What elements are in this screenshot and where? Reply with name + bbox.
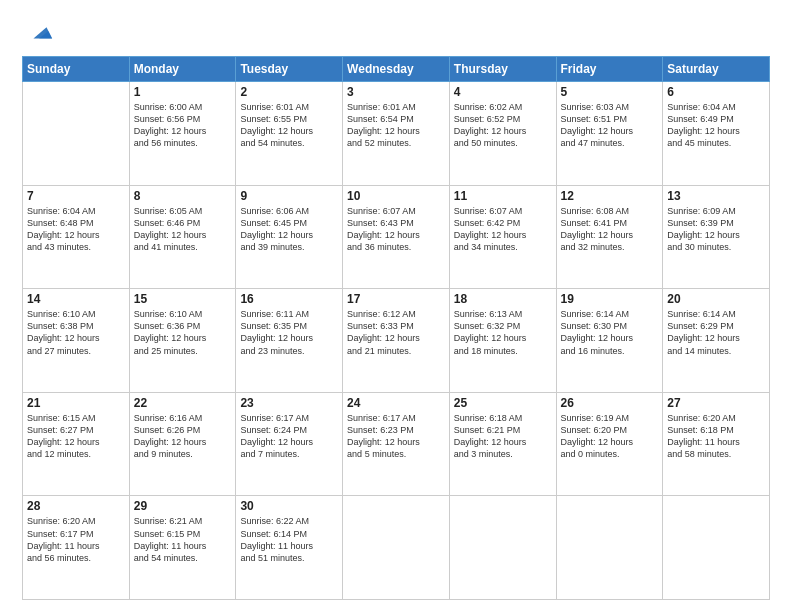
day-number: 22 <box>134 396 232 410</box>
day-number: 10 <box>347 189 445 203</box>
calendar-cell: 9Sunrise: 6:06 AM Sunset: 6:45 PM Daylig… <box>236 185 343 289</box>
calendar-cell: 11Sunrise: 6:07 AM Sunset: 6:42 PM Dayli… <box>449 185 556 289</box>
day-number: 25 <box>454 396 552 410</box>
cell-info: Sunrise: 6:11 AM Sunset: 6:35 PM Dayligh… <box>240 308 338 357</box>
day-number: 19 <box>561 292 659 306</box>
calendar-cell: 24Sunrise: 6:17 AM Sunset: 6:23 PM Dayli… <box>343 392 450 496</box>
day-number: 2 <box>240 85 338 99</box>
cell-info: Sunrise: 6:10 AM Sunset: 6:38 PM Dayligh… <box>27 308 125 357</box>
day-number: 17 <box>347 292 445 306</box>
day-number: 24 <box>347 396 445 410</box>
calendar-week-5: 28Sunrise: 6:20 AM Sunset: 6:17 PM Dayli… <box>23 496 770 600</box>
calendar-cell: 17Sunrise: 6:12 AM Sunset: 6:33 PM Dayli… <box>343 289 450 393</box>
day-number: 16 <box>240 292 338 306</box>
cell-info: Sunrise: 6:12 AM Sunset: 6:33 PM Dayligh… <box>347 308 445 357</box>
cell-info: Sunrise: 6:07 AM Sunset: 6:42 PM Dayligh… <box>454 205 552 254</box>
day-number: 3 <box>347 85 445 99</box>
day-number: 1 <box>134 85 232 99</box>
day-number: 29 <box>134 499 232 513</box>
weekday-header-row: SundayMondayTuesdayWednesdayThursdayFrid… <box>23 57 770 82</box>
day-number: 18 <box>454 292 552 306</box>
cell-info: Sunrise: 6:20 AM Sunset: 6:18 PM Dayligh… <box>667 412 765 461</box>
calendar-cell: 29Sunrise: 6:21 AM Sunset: 6:15 PM Dayli… <box>129 496 236 600</box>
weekday-tuesday: Tuesday <box>236 57 343 82</box>
calendar-cell: 14Sunrise: 6:10 AM Sunset: 6:38 PM Dayli… <box>23 289 130 393</box>
cell-info: Sunrise: 6:09 AM Sunset: 6:39 PM Dayligh… <box>667 205 765 254</box>
cell-info: Sunrise: 6:13 AM Sunset: 6:32 PM Dayligh… <box>454 308 552 357</box>
cell-info: Sunrise: 6:03 AM Sunset: 6:51 PM Dayligh… <box>561 101 659 150</box>
cell-info: Sunrise: 6:02 AM Sunset: 6:52 PM Dayligh… <box>454 101 552 150</box>
calendar-cell: 16Sunrise: 6:11 AM Sunset: 6:35 PM Dayli… <box>236 289 343 393</box>
cell-info: Sunrise: 6:21 AM Sunset: 6:15 PM Dayligh… <box>134 515 232 564</box>
cell-info: Sunrise: 6:17 AM Sunset: 6:23 PM Dayligh… <box>347 412 445 461</box>
day-number: 28 <box>27 499 125 513</box>
calendar-cell: 7Sunrise: 6:04 AM Sunset: 6:48 PM Daylig… <box>23 185 130 289</box>
day-number: 12 <box>561 189 659 203</box>
cell-info: Sunrise: 6:06 AM Sunset: 6:45 PM Dayligh… <box>240 205 338 254</box>
calendar-week-4: 21Sunrise: 6:15 AM Sunset: 6:27 PM Dayli… <box>23 392 770 496</box>
cell-info: Sunrise: 6:07 AM Sunset: 6:43 PM Dayligh… <box>347 205 445 254</box>
logo <box>22 18 54 46</box>
calendar-table: SundayMondayTuesdayWednesdayThursdayFrid… <box>22 56 770 600</box>
cell-info: Sunrise: 6:04 AM Sunset: 6:48 PM Dayligh… <box>27 205 125 254</box>
calendar-cell: 2Sunrise: 6:01 AM Sunset: 6:55 PM Daylig… <box>236 82 343 186</box>
cell-info: Sunrise: 6:16 AM Sunset: 6:26 PM Dayligh… <box>134 412 232 461</box>
cell-info: Sunrise: 6:01 AM Sunset: 6:54 PM Dayligh… <box>347 101 445 150</box>
calendar-cell: 15Sunrise: 6:10 AM Sunset: 6:36 PM Dayli… <box>129 289 236 393</box>
header <box>22 18 770 46</box>
day-number: 8 <box>134 189 232 203</box>
calendar-cell <box>556 496 663 600</box>
day-number: 27 <box>667 396 765 410</box>
weekday-saturday: Saturday <box>663 57 770 82</box>
cell-info: Sunrise: 6:19 AM Sunset: 6:20 PM Dayligh… <box>561 412 659 461</box>
calendar-cell: 10Sunrise: 6:07 AM Sunset: 6:43 PM Dayli… <box>343 185 450 289</box>
day-number: 23 <box>240 396 338 410</box>
cell-info: Sunrise: 6:08 AM Sunset: 6:41 PM Dayligh… <box>561 205 659 254</box>
day-number: 26 <box>561 396 659 410</box>
day-number: 21 <box>27 396 125 410</box>
calendar-body: 1Sunrise: 6:00 AM Sunset: 6:56 PM Daylig… <box>23 82 770 600</box>
calendar-cell: 27Sunrise: 6:20 AM Sunset: 6:18 PM Dayli… <box>663 392 770 496</box>
calendar-cell: 13Sunrise: 6:09 AM Sunset: 6:39 PM Dayli… <box>663 185 770 289</box>
cell-info: Sunrise: 6:20 AM Sunset: 6:17 PM Dayligh… <box>27 515 125 564</box>
day-number: 6 <box>667 85 765 99</box>
day-number: 7 <box>27 189 125 203</box>
page: SundayMondayTuesdayWednesdayThursdayFrid… <box>0 0 792 612</box>
calendar-cell <box>449 496 556 600</box>
weekday-wednesday: Wednesday <box>343 57 450 82</box>
day-number: 13 <box>667 189 765 203</box>
cell-info: Sunrise: 6:10 AM Sunset: 6:36 PM Dayligh… <box>134 308 232 357</box>
calendar-cell: 6Sunrise: 6:04 AM Sunset: 6:49 PM Daylig… <box>663 82 770 186</box>
calendar-cell: 5Sunrise: 6:03 AM Sunset: 6:51 PM Daylig… <box>556 82 663 186</box>
calendar-cell: 30Sunrise: 6:22 AM Sunset: 6:14 PM Dayli… <box>236 496 343 600</box>
calendar-cell: 23Sunrise: 6:17 AM Sunset: 6:24 PM Dayli… <box>236 392 343 496</box>
day-number: 5 <box>561 85 659 99</box>
calendar-cell: 26Sunrise: 6:19 AM Sunset: 6:20 PM Dayli… <box>556 392 663 496</box>
cell-info: Sunrise: 6:00 AM Sunset: 6:56 PM Dayligh… <box>134 101 232 150</box>
calendar-week-3: 14Sunrise: 6:10 AM Sunset: 6:38 PM Dayli… <box>23 289 770 393</box>
calendar-cell: 21Sunrise: 6:15 AM Sunset: 6:27 PM Dayli… <box>23 392 130 496</box>
day-number: 30 <box>240 499 338 513</box>
day-number: 11 <box>454 189 552 203</box>
cell-info: Sunrise: 6:04 AM Sunset: 6:49 PM Dayligh… <box>667 101 765 150</box>
calendar-cell: 20Sunrise: 6:14 AM Sunset: 6:29 PM Dayli… <box>663 289 770 393</box>
calendar-cell: 3Sunrise: 6:01 AM Sunset: 6:54 PM Daylig… <box>343 82 450 186</box>
cell-info: Sunrise: 6:01 AM Sunset: 6:55 PM Dayligh… <box>240 101 338 150</box>
cell-info: Sunrise: 6:15 AM Sunset: 6:27 PM Dayligh… <box>27 412 125 461</box>
calendar-week-2: 7Sunrise: 6:04 AM Sunset: 6:48 PM Daylig… <box>23 185 770 289</box>
calendar-cell: 22Sunrise: 6:16 AM Sunset: 6:26 PM Dayli… <box>129 392 236 496</box>
calendar-cell: 25Sunrise: 6:18 AM Sunset: 6:21 PM Dayli… <box>449 392 556 496</box>
day-number: 9 <box>240 189 338 203</box>
calendar-cell: 12Sunrise: 6:08 AM Sunset: 6:41 PM Dayli… <box>556 185 663 289</box>
calendar-header: SundayMondayTuesdayWednesdayThursdayFrid… <box>23 57 770 82</box>
cell-info: Sunrise: 6:14 AM Sunset: 6:29 PM Dayligh… <box>667 308 765 357</box>
day-number: 14 <box>27 292 125 306</box>
calendar-cell: 8Sunrise: 6:05 AM Sunset: 6:46 PM Daylig… <box>129 185 236 289</box>
day-number: 15 <box>134 292 232 306</box>
calendar-cell: 1Sunrise: 6:00 AM Sunset: 6:56 PM Daylig… <box>129 82 236 186</box>
weekday-thursday: Thursday <box>449 57 556 82</box>
calendar-cell: 19Sunrise: 6:14 AM Sunset: 6:30 PM Dayli… <box>556 289 663 393</box>
cell-info: Sunrise: 6:14 AM Sunset: 6:30 PM Dayligh… <box>561 308 659 357</box>
calendar-cell: 4Sunrise: 6:02 AM Sunset: 6:52 PM Daylig… <box>449 82 556 186</box>
weekday-friday: Friday <box>556 57 663 82</box>
